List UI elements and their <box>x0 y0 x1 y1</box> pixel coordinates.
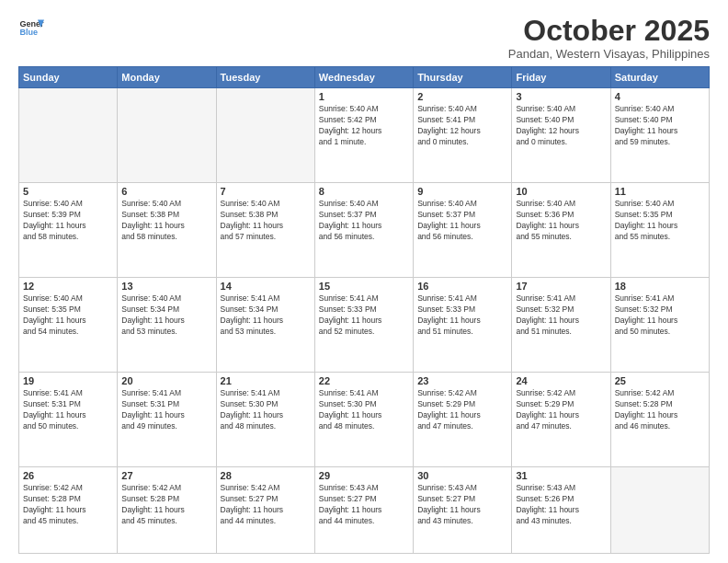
day-info: Sunrise: 5:40 AM Sunset: 5:36 PM Dayligh… <box>516 199 606 243</box>
table-row: 23Sunrise: 5:42 AM Sunset: 5:29 PM Dayli… <box>414 373 512 467</box>
table-row: 27Sunrise: 5:42 AM Sunset: 5:28 PM Dayli… <box>118 467 216 554</box>
day-number: 15 <box>319 281 409 292</box>
table-row: 15Sunrise: 5:41 AM Sunset: 5:33 PM Dayli… <box>314 278 413 373</box>
header-thursday: Thursday <box>414 67 512 88</box>
day-info: Sunrise: 5:40 AM Sunset: 5:37 PM Dayligh… <box>319 199 409 243</box>
table-row <box>216 88 314 183</box>
day-info: Sunrise: 5:40 AM Sunset: 5:40 PM Dayligh… <box>615 104 705 148</box>
table-row: 5Sunrise: 5:40 AM Sunset: 5:39 PM Daylig… <box>19 183 118 278</box>
day-info: Sunrise: 5:42 AM Sunset: 5:29 PM Dayligh… <box>417 388 507 432</box>
table-row <box>118 88 216 183</box>
svg-text:Blue: Blue <box>19 28 38 37</box>
day-info: Sunrise: 5:42 AM Sunset: 5:28 PM Dayligh… <box>121 483 211 527</box>
day-info: Sunrise: 5:43 AM Sunset: 5:26 PM Dayligh… <box>516 483 606 527</box>
table-row: 1Sunrise: 5:40 AM Sunset: 5:42 PM Daylig… <box>314 88 413 183</box>
day-info: Sunrise: 5:40 AM Sunset: 5:39 PM Dayligh… <box>23 199 113 243</box>
day-number: 24 <box>516 375 606 386</box>
week-row-1: 5Sunrise: 5:40 AM Sunset: 5:39 PM Daylig… <box>19 183 710 278</box>
day-info: Sunrise: 5:42 AM Sunset: 5:28 PM Dayligh… <box>23 483 113 527</box>
day-info: Sunrise: 5:40 AM Sunset: 5:40 PM Dayligh… <box>516 104 606 148</box>
header-saturday: Saturday <box>610 67 709 88</box>
header-wednesday: Wednesday <box>314 67 413 88</box>
table-row: 6Sunrise: 5:40 AM Sunset: 5:38 PM Daylig… <box>118 183 216 278</box>
day-info: Sunrise: 5:41 AM Sunset: 5:31 PM Dayligh… <box>121 388 211 432</box>
day-info: Sunrise: 5:41 AM Sunset: 5:30 PM Dayligh… <box>319 388 409 432</box>
table-row: 21Sunrise: 5:41 AM Sunset: 5:30 PM Dayli… <box>216 373 314 467</box>
table-row: 14Sunrise: 5:41 AM Sunset: 5:34 PM Dayli… <box>216 278 314 373</box>
day-info: Sunrise: 5:42 AM Sunset: 5:29 PM Dayligh… <box>516 388 606 432</box>
day-number: 22 <box>319 375 409 386</box>
table-row: 2Sunrise: 5:40 AM Sunset: 5:41 PM Daylig… <box>414 88 512 183</box>
week-row-4: 26Sunrise: 5:42 AM Sunset: 5:28 PM Dayli… <box>19 467 710 554</box>
table-row: 20Sunrise: 5:41 AM Sunset: 5:31 PM Dayli… <box>118 373 216 467</box>
day-info: Sunrise: 5:40 AM Sunset: 5:42 PM Dayligh… <box>319 104 409 148</box>
day-number: 9 <box>417 186 507 197</box>
day-number: 30 <box>417 470 507 481</box>
table-row <box>19 88 118 183</box>
day-number: 19 <box>23 375 113 386</box>
day-info: Sunrise: 5:41 AM Sunset: 5:32 PM Dayligh… <box>516 293 606 338</box>
header-friday: Friday <box>512 67 610 88</box>
calendar-table: Sunday Monday Tuesday Wednesday Thursday… <box>18 66 710 554</box>
day-info: Sunrise: 5:40 AM Sunset: 5:41 PM Dayligh… <box>417 104 507 148</box>
table-row: 10Sunrise: 5:40 AM Sunset: 5:36 PM Dayli… <box>512 183 610 278</box>
logo-icon: General Blue <box>18 15 44 40</box>
week-row-0: 1Sunrise: 5:40 AM Sunset: 5:42 PM Daylig… <box>19 88 710 183</box>
table-row <box>610 467 709 554</box>
day-info: Sunrise: 5:40 AM Sunset: 5:34 PM Dayligh… <box>121 293 211 338</box>
day-number: 17 <box>516 281 606 292</box>
day-number: 8 <box>319 186 409 197</box>
table-row: 31Sunrise: 5:43 AM Sunset: 5:26 PM Dayli… <box>512 467 610 554</box>
day-number: 12 <box>23 281 113 292</box>
day-number: 3 <box>516 91 606 102</box>
day-info: Sunrise: 5:42 AM Sunset: 5:27 PM Dayligh… <box>221 483 311 527</box>
header-tuesday: Tuesday <box>216 67 314 88</box>
table-row: 12Sunrise: 5:40 AM Sunset: 5:35 PM Dayli… <box>19 278 118 373</box>
header: General Blue October 2025 Pandan, Wester… <box>18 15 710 61</box>
day-number: 6 <box>121 186 211 197</box>
table-row: 7Sunrise: 5:40 AM Sunset: 5:38 PM Daylig… <box>216 183 314 278</box>
day-number: 29 <box>319 470 409 481</box>
day-number: 7 <box>221 186 311 197</box>
week-row-2: 12Sunrise: 5:40 AM Sunset: 5:35 PM Dayli… <box>19 278 710 373</box>
day-info: Sunrise: 5:40 AM Sunset: 5:38 PM Dayligh… <box>121 199 211 243</box>
table-row: 17Sunrise: 5:41 AM Sunset: 5:32 PM Dayli… <box>512 278 610 373</box>
day-info: Sunrise: 5:42 AM Sunset: 5:28 PM Dayligh… <box>615 388 705 432</box>
day-info: Sunrise: 5:43 AM Sunset: 5:27 PM Dayligh… <box>417 483 507 527</box>
title-block: October 2025 Pandan, Western Visayas, Ph… <box>508 15 710 61</box>
table-row: 13Sunrise: 5:40 AM Sunset: 5:34 PM Dayli… <box>118 278 216 373</box>
day-number: 31 <box>516 470 606 481</box>
day-info: Sunrise: 5:41 AM Sunset: 5:33 PM Dayligh… <box>319 293 409 338</box>
day-info: Sunrise: 5:40 AM Sunset: 5:37 PM Dayligh… <box>417 199 507 243</box>
table-row: 30Sunrise: 5:43 AM Sunset: 5:27 PM Dayli… <box>414 467 512 554</box>
day-info: Sunrise: 5:41 AM Sunset: 5:33 PM Dayligh… <box>417 293 507 338</box>
week-row-3: 19Sunrise: 5:41 AM Sunset: 5:31 PM Dayli… <box>19 373 710 467</box>
day-number: 27 <box>121 470 211 481</box>
table-row: 26Sunrise: 5:42 AM Sunset: 5:28 PM Dayli… <box>19 467 118 554</box>
subtitle: Pandan, Western Visayas, Philippines <box>508 47 710 61</box>
day-number: 28 <box>221 470 311 481</box>
day-info: Sunrise: 5:41 AM Sunset: 5:34 PM Dayligh… <box>221 293 311 338</box>
day-info: Sunrise: 5:41 AM Sunset: 5:30 PM Dayligh… <box>221 388 311 432</box>
day-info: Sunrise: 5:40 AM Sunset: 5:35 PM Dayligh… <box>615 199 705 243</box>
table-row: 18Sunrise: 5:41 AM Sunset: 5:32 PM Dayli… <box>610 278 709 373</box>
table-row: 3Sunrise: 5:40 AM Sunset: 5:40 PM Daylig… <box>512 88 610 183</box>
table-row: 25Sunrise: 5:42 AM Sunset: 5:28 PM Dayli… <box>610 373 709 467</box>
day-number: 21 <box>221 375 311 386</box>
table-row: 29Sunrise: 5:43 AM Sunset: 5:27 PM Dayli… <box>314 467 413 554</box>
day-info: Sunrise: 5:43 AM Sunset: 5:27 PM Dayligh… <box>319 483 409 527</box>
day-number: 18 <box>615 281 705 292</box>
header-sunday: Sunday <box>19 67 118 88</box>
day-info: Sunrise: 5:41 AM Sunset: 5:31 PM Dayligh… <box>23 388 113 432</box>
table-row: 8Sunrise: 5:40 AM Sunset: 5:37 PM Daylig… <box>314 183 413 278</box>
day-number: 13 <box>121 281 211 292</box>
table-row: 24Sunrise: 5:42 AM Sunset: 5:29 PM Dayli… <box>512 373 610 467</box>
day-number: 14 <box>221 281 311 292</box>
day-info: Sunrise: 5:40 AM Sunset: 5:38 PM Dayligh… <box>221 199 311 243</box>
day-number: 20 <box>121 375 211 386</box>
page: General Blue October 2025 Pandan, Wester… <box>0 0 728 563</box>
day-number: 16 <box>417 281 507 292</box>
weekday-header-row: Sunday Monday Tuesday Wednesday Thursday… <box>19 67 710 88</box>
table-row: 9Sunrise: 5:40 AM Sunset: 5:37 PM Daylig… <box>414 183 512 278</box>
day-number: 10 <box>516 186 606 197</box>
